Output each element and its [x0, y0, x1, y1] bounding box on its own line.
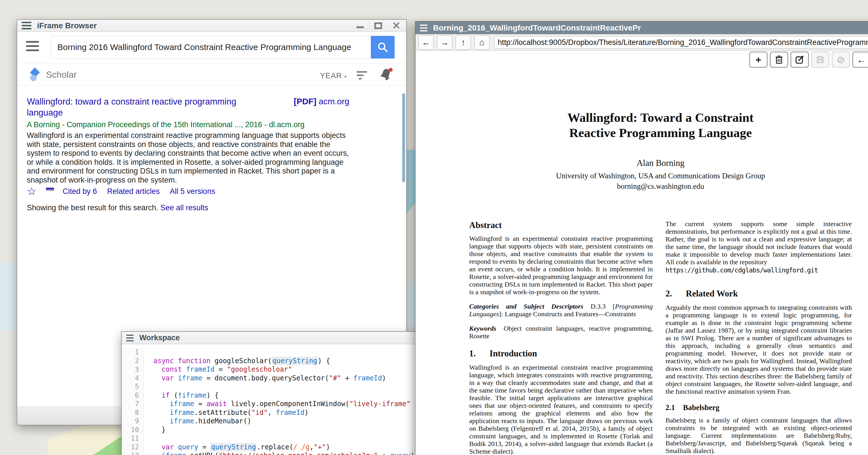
scholar-brand[interactable]: Scholar [46, 69, 77, 80]
code-line[interactable]: 8 iframe.setAttribute("id", frameId) [122, 408, 429, 417]
scholar-menu-icon[interactable] [26, 41, 39, 51]
save-star-icon[interactable]: ☆ [27, 185, 36, 198]
forward-arrow-icon: → [440, 38, 449, 47]
result-links-row: ☆ ❞❞ Cited by 6 Related articles All 5 v… [27, 185, 225, 198]
code-line[interactable]: 3 const frameId = "googlescholoar" [122, 365, 429, 374]
paper-affiliation: University of Washington, USA and Commun… [469, 172, 852, 180]
scholar-logo[interactable] [29, 68, 41, 82]
code-line[interactable]: 6 if (!iframe) { [122, 391, 429, 400]
paper-email: borning@cs.washington.edu [469, 182, 852, 191]
column2-paragraph: The current system supports some simple … [665, 220, 852, 266]
abstract-heading: Abstract [469, 220, 653, 230]
page-back-button[interactable]: ← [852, 52, 868, 67]
babelsberg-heading: 2.1Babelsberg [665, 403, 852, 412]
line-number: 1 [122, 348, 144, 357]
cancel-button: ⊘ [832, 52, 850, 67]
pdf-content: + [415, 51, 868, 455]
code-line[interactable]: 10 } [122, 426, 429, 434]
divider [17, 63, 406, 64]
code-editor[interactable]: 12async function googleScholar(queryStri… [122, 344, 429, 455]
workspace-window-title: Workspace [139, 333, 180, 342]
result-byline: A Borning - Companion Proceedings of the… [27, 120, 305, 129]
result-title-link[interactable]: Wallingford: toward a constraint reactiv… [27, 96, 284, 118]
code-line[interactable]: 11 [122, 434, 429, 443]
see-all-results-link[interactable]: See all results [160, 204, 209, 212]
all-versions-link[interactable]: All 5 versions [170, 187, 215, 196]
code-line[interactable]: 7 iframe = await lively.openComponentInW… [122, 400, 429, 408]
code-line[interactable]: 2async function googleScholar(queryStrin… [122, 357, 429, 365]
paper-column-left: Abstract Wallingford is an experimental … [469, 220, 653, 455]
search-input[interactable] [51, 36, 371, 59]
code-line[interactable]: 9 iframe.hideMenubar() [122, 417, 429, 426]
filter-icon[interactable] [357, 71, 367, 80]
home-button[interactable]: ⌂ [474, 35, 490, 50]
window-menu-icon[interactable] [22, 22, 31, 29]
line-number: 6 [122, 391, 144, 400]
related-articles-link[interactable]: Related articles [107, 187, 160, 196]
result-snippet: Wallingford is an experimental constrain… [27, 131, 349, 185]
cite-quote-icon[interactable]: ❞❞ [45, 186, 54, 197]
result-snippet-line: with state, persistent constraints on th… [27, 140, 349, 149]
code-line[interactable]: 13 iframe.setURL("https://scholar.google… [122, 451, 429, 455]
background-polygon-blue-left [0, 263, 17, 331]
babelsberg-paragraph: Babelsberg is a family of object constra… [665, 417, 852, 455]
home-icon: ⌂ [479, 38, 485, 47]
paper-column-right: The current system supports some simple … [665, 220, 852, 455]
close-button[interactable]: ✕ [392, 21, 401, 31]
line-number: 2 [122, 357, 144, 365]
code-line[interactable]: 5 [122, 383, 429, 391]
url-input[interactable] [494, 36, 868, 49]
delete-button[interactable] [770, 52, 788, 67]
abstract-text: Wallingford is an experimental constrain… [469, 235, 653, 296]
browser-titlebar[interactable]: iFrame Browser ✕ [17, 20, 406, 32]
chevron-down-icon: ▾ [344, 74, 347, 80]
code-line[interactable]: 4 var iframe = document.body.querySelect… [122, 374, 429, 383]
line-number: 3 [122, 365, 144, 374]
introduction-heading: 1.Introduction [469, 348, 653, 359]
year-filter-dropdown[interactable]: YEAR▾ [320, 71, 347, 80]
repository-link: https://github.com/cdglabs/wallingford.g… [665, 267, 852, 274]
browser-window-title: iFrame Browser [37, 21, 97, 30]
pdf-source-link[interactable]: [PDF] acm.org [294, 97, 349, 106]
minimize-button[interactable] [355, 21, 365, 31]
scholar-logo-circle [30, 74, 37, 81]
edit-button[interactable] [790, 52, 809, 67]
scrollbar-thumb[interactable] [402, 93, 405, 182]
line-number: 8 [122, 408, 144, 417]
trash-icon [775, 55, 783, 64]
edit-pencil-icon [795, 55, 804, 64]
back-arrow-icon: ← [422, 38, 430, 47]
save-button [811, 52, 829, 67]
window-menu-icon[interactable] [126, 335, 134, 341]
forward-button[interactable]: → [437, 35, 452, 50]
block-icon: ⊘ [837, 54, 845, 65]
divider [17, 85, 406, 86]
pdf-viewer-window: Borning_2016_WallingfordTowardConstraint… [415, 21, 868, 455]
add-button[interactable]: + [749, 52, 768, 67]
code-line[interactable]: 12 var query = queryString.replace(/ /g,… [122, 443, 429, 452]
alerts-bell-icon[interactable] [380, 68, 393, 82]
workspace-titlebar[interactable]: Workspace [122, 332, 429, 344]
pdf-navbar: ← → ↑ ⌂ [415, 34, 868, 51]
back-button[interactable]: ← [418, 35, 434, 50]
result-snippet-line: Wallingford is an experimental constrain… [27, 131, 349, 140]
search-button[interactable] [371, 36, 395, 59]
result-snippet-line: snapshot of work-in-progress on the syst… [27, 176, 349, 185]
maximize-button[interactable] [373, 21, 383, 31]
introduction-paragraph: Wallingford is an experimental constrain… [469, 364, 653, 455]
code-line[interactable]: 1 [122, 348, 429, 357]
line-number: 10 [122, 426, 144, 434]
line-number: 11 [122, 434, 144, 443]
result-snippet-line: and environment for constructing DSLs in… [27, 167, 349, 176]
left-arrow-icon: ← [857, 54, 866, 65]
pdf-window-title: Borning_2016_WallingfordTowardConstraint… [433, 24, 641, 32]
pdf-titlebar[interactable]: Borning_2016_WallingfordTowardConstraint… [415, 22, 868, 34]
workspace-window: Workspace 12async function googleScholar… [121, 331, 430, 455]
up-button[interactable]: ↑ [456, 35, 471, 50]
line-number: 12 [122, 443, 144, 452]
search-icon [377, 41, 389, 53]
result-snippet-line: or while a condition holds. It is implem… [27, 158, 349, 167]
plus-icon: + [755, 54, 761, 65]
window-menu-icon[interactable] [420, 25, 427, 31]
cited-by-link[interactable]: Cited by 6 [63, 187, 97, 196]
